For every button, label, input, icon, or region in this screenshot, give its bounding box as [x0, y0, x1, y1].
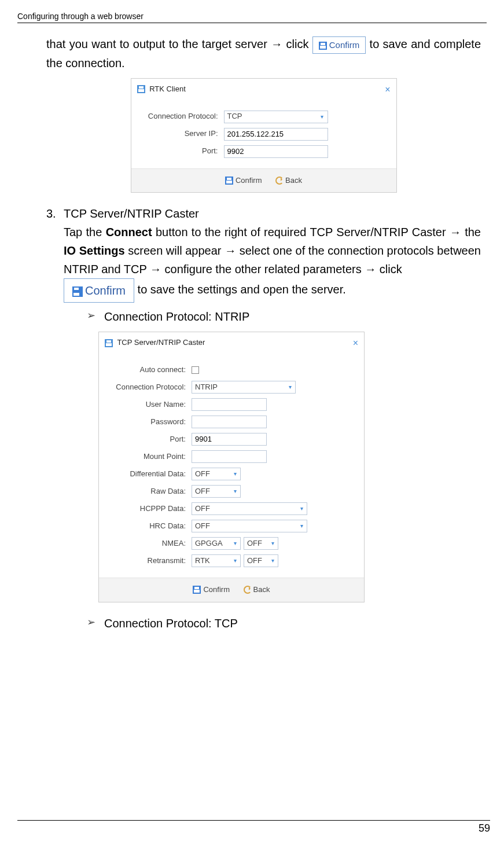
select-retransmit-1[interactable]: RTK ▾ — [192, 554, 241, 567]
select-conn-proto2-val: NTRIP — [192, 381, 220, 394]
save-icon — [72, 286, 83, 297]
select-hcppp[interactable]: OFF ▾ — [192, 502, 307, 515]
row-nmea: NMEA: GPGGA ▾ OFF ▾ — [105, 537, 352, 550]
row-hcppp: HCPPP Data: OFF ▾ — [105, 502, 352, 515]
confirm-button[interactable]: Confirm — [193, 584, 230, 596]
dialog-icon — [137, 85, 145, 93]
row-hrc: HRC Data: OFF ▾ — [105, 520, 352, 532]
save-icon — [225, 177, 233, 185]
select-retransmit-2[interactable]: OFF ▾ — [244, 554, 278, 567]
input-password[interactable] — [192, 416, 267, 428]
t3d: IO Settings — [64, 244, 125, 257]
confirm-label: Confirm — [329, 40, 360, 50]
label-diff-data: Differential Data: — [105, 468, 192, 480]
row-auto-connect: Auto connect: — [105, 364, 352, 376]
select-hcppp-val: OFF — [192, 503, 213, 515]
label-mount-point: Mount Point: — [105, 451, 192, 463]
select-raw-data-val: OFF — [192, 486, 213, 498]
dialog-icon — [105, 339, 113, 347]
row-raw-data: Raw Data: OFF ▾ — [105, 485, 352, 498]
label-password: Password: — [105, 416, 192, 428]
confirm-text2: Confirm — [203, 585, 230, 594]
back-text2: Back — [253, 585, 270, 594]
label-hcppp: HCPPP Data: — [105, 503, 192, 515]
input-username[interactable] — [192, 398, 267, 411]
item3-paragraph-2: Confirm to save the settings and open th… — [64, 278, 481, 303]
label-hrc: HRC Data: — [105, 520, 192, 532]
select-nmea-1[interactable]: GPGGA ▾ — [192, 537, 241, 550]
select-retransmit2-val: OFF — [244, 555, 265, 567]
row-mount-point: Mount Point: — [105, 450, 352, 463]
confirm-button-inline-2[interactable]: Confirm — [64, 278, 134, 303]
dialog1-body: Connection Protocol: TCP ▾ Server IP: Po… — [131, 100, 396, 168]
row-conn-proto: Connection Protocol: TCP ▾ — [137, 111, 385, 123]
back-icon — [275, 177, 284, 185]
page-number: 59 — [17, 820, 490, 835]
close-icon[interactable]: × — [385, 82, 390, 97]
confirm-button[interactable]: Confirm — [225, 175, 262, 187]
t3e: screen will appear → select one of the c… — [64, 244, 481, 275]
chevron-down-icon: ▾ — [296, 503, 307, 514]
list-item-3: 3. TCP Server/NTRIP Caster Tap the Conne… — [46, 204, 481, 632]
select-diff-data[interactable]: OFF ▾ — [192, 468, 241, 480]
rtk-client-dialog: RTK Client × Connection Protocol: TCP ▾ … — [131, 78, 397, 193]
bullet-arrow-icon: ➢ — [87, 614, 104, 633]
select-nmea-2[interactable]: OFF ▾ — [244, 537, 278, 550]
save-icon — [193, 586, 201, 594]
t3c: button to the right of required TCP Serv… — [152, 226, 481, 238]
t3b: Connect — [106, 226, 152, 238]
dialog2-footer: Confirm Back — [99, 578, 364, 602]
select-nmea2-val: OFF — [244, 538, 265, 550]
bullet-arrow-icon: ➢ — [87, 307, 104, 326]
close-icon[interactable]: × — [353, 336, 358, 351]
input-mount-point[interactable] — [192, 450, 267, 463]
row-conn-proto2: Connection Protocol: NTRIP ▾ — [105, 381, 352, 394]
select-conn-proto-val: TCP — [225, 111, 245, 123]
row-retransmit: Retransmit: RTK ▾ OFF ▾ — [105, 554, 352, 567]
label-auto-connect: Auto connect: — [105, 364, 192, 376]
row-server-ip: Server IP: — [137, 128, 385, 141]
back-icon — [244, 586, 252, 594]
confirm-button-inline-1[interactable]: Confirm — [312, 36, 366, 54]
bullet2-text: Connection Protocol: TCP — [104, 614, 238, 633]
main-content: that you want to output to the target se… — [17, 35, 487, 633]
select-raw-data[interactable]: OFF ▾ — [192, 485, 241, 498]
dialog2-body: Auto connect: Connection Protocol: NTRIP… — [99, 354, 364, 578]
row-port2: Port: — [105, 433, 352, 446]
back-button[interactable]: Back — [244, 584, 270, 596]
chevron-down-icon: ▾ — [230, 555, 240, 567]
chevron-down-icon: ▾ — [296, 520, 307, 532]
select-conn-proto2[interactable]: NTRIP ▾ — [192, 381, 296, 394]
select-diff-data-val: OFF — [192, 468, 213, 480]
chevron-down-icon: ▾ — [317, 111, 328, 123]
dialog2-titlebar: TCP Server/NTRIP Caster × — [99, 332, 364, 354]
paragraph-1: that you want to output to the target se… — [46, 35, 481, 72]
t3f: to save the settings and open the server… — [138, 284, 346, 296]
back-button[interactable]: Back — [275, 175, 302, 187]
checkbox-auto-connect[interactable] — [192, 366, 199, 374]
chevron-down-icon: ▾ — [285, 381, 295, 393]
select-conn-proto[interactable]: TCP ▾ — [224, 111, 328, 123]
input-server-ip[interactable] — [224, 128, 328, 141]
confirm-text: Confirm — [236, 176, 262, 185]
select-retransmit1-val: RTK — [192, 555, 213, 567]
sub-bullet-1: ➢ Connection Protocol: NTRIP — [87, 307, 481, 326]
para1-text1: that you want to output to the target se… — [46, 38, 312, 50]
input-port[interactable] — [224, 145, 328, 158]
label-conn-proto2: Connection Protocol: — [105, 381, 192, 394]
item3-number: 3. — [46, 204, 64, 632]
row-port: Port: — [137, 145, 385, 158]
dialog1-footer: Confirm Back — [131, 168, 396, 193]
label-username: User Name: — [105, 399, 192, 411]
row-password: Password: — [105, 416, 352, 428]
input-port2[interactable] — [192, 433, 267, 446]
select-hrc[interactable]: OFF ▾ — [192, 520, 307, 532]
dialog1-title-text: RTK Client — [149, 84, 186, 93]
select-hrc-val: OFF — [192, 520, 213, 532]
chevron-down-icon: ▾ — [230, 468, 240, 480]
sub-bullet-2: ➢ Connection Protocol: TCP — [87, 614, 481, 633]
chevron-down-icon: ▾ — [267, 555, 278, 567]
page-header: Configuring through a web browser — [17, 12, 487, 23]
dialog1-titlebar: RTK Client × — [131, 79, 396, 100]
t3a: Tap the — [64, 226, 106, 238]
